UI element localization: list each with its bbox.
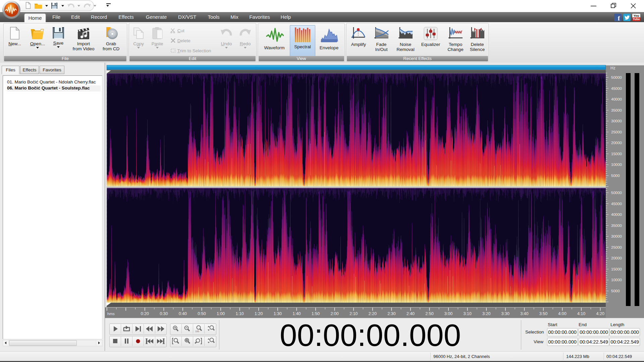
svg-text:3:10: 3:10	[463, 311, 471, 316]
svg-text:2:50: 2:50	[425, 311, 433, 316]
svg-text:2:20: 2:20	[369, 311, 377, 316]
svg-text:2:40: 2:40	[407, 311, 415, 316]
svg-text:2:00: 2:00	[330, 311, 338, 316]
svg-text:4:20: 4:20	[596, 311, 604, 316]
svg-text:4:10: 4:10	[577, 311, 585, 316]
svg-text:4:00: 4:00	[558, 311, 566, 316]
svg-text:1:10: 1:10	[235, 311, 244, 316]
svg-text:1:30: 1:30	[274, 311, 282, 316]
svg-text:3:30: 3:30	[501, 311, 509, 316]
svg-text:3:50: 3:50	[539, 311, 547, 316]
svg-text:hms: hms	[107, 312, 115, 316]
svg-text:1:40: 1:40	[292, 311, 301, 316]
svg-text:1:20: 1:20	[255, 311, 263, 316]
svg-text:3:20: 3:20	[482, 311, 490, 316]
svg-text:2:10: 2:10	[350, 311, 358, 316]
svg-text:0:50: 0:50	[198, 311, 206, 316]
svg-text:1:50: 1:50	[312, 311, 320, 316]
svg-text:0:30: 0:30	[160, 311, 168, 316]
svg-text:0:20: 0:20	[141, 311, 149, 316]
svg-text:100: 100	[195, 330, 199, 333]
svg-text:3:40: 3:40	[520, 311, 528, 316]
svg-text:0:40: 0:40	[179, 311, 187, 316]
svg-text:3:00: 3:00	[444, 311, 452, 316]
svg-text:1:00: 1:00	[217, 311, 225, 316]
svg-text:2:30: 2:30	[387, 311, 395, 316]
